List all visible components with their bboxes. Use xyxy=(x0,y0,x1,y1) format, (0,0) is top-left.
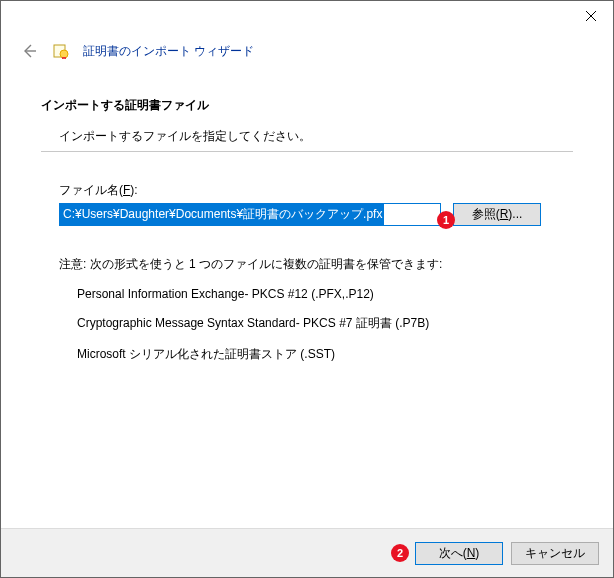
file-name-label: ファイル名(F): xyxy=(59,182,573,199)
file-name-input[interactable] xyxy=(59,203,441,226)
cancel-button[interactable]: キャンセル xyxy=(511,542,599,565)
close-icon xyxy=(586,11,596,21)
note-item: Microsoft シリアル化された証明書ストア (.SST) xyxy=(77,346,573,363)
note-item: Personal Information Exchange- PKCS #12 … xyxy=(77,287,573,301)
certificate-wizard-icon xyxy=(53,43,69,59)
close-button[interactable] xyxy=(568,1,613,30)
file-input-wrap: C:¥Users¥Daughter¥Documents¥証明書のバックアップ.p… xyxy=(59,203,441,226)
section-heading: インポートする証明書ファイル xyxy=(41,97,573,114)
browse-button[interactable]: 参照(R)... xyxy=(453,203,541,226)
titlebar xyxy=(1,1,613,31)
note-section: 注意: 次の形式を使うと 1 つのファイルに複数の証明書を保管できます: Per… xyxy=(59,256,573,363)
wizard-body: インポートする証明書ファイル インポートするファイルを指定してください。 ファイ… xyxy=(1,65,613,528)
svg-point-4 xyxy=(60,50,68,58)
instruction-text: インポートするファイルを指定してください。 xyxy=(59,128,573,145)
file-row: C:¥Users¥Daughter¥Documents¥証明書のバックアップ.p… xyxy=(59,203,573,226)
divider xyxy=(41,151,573,152)
back-arrow-icon xyxy=(21,43,37,59)
wizard-window: 証明書のインポート ウィザード インポートする証明書ファイル インポートするファ… xyxy=(0,0,614,578)
wizard-header: 証明書のインポート ウィザード xyxy=(1,31,613,65)
wizard-title: 証明書のインポート ウィザード xyxy=(83,43,254,60)
back-button[interactable] xyxy=(19,41,39,61)
wizard-footer: 次へ(N) キャンセル xyxy=(1,528,613,577)
next-button[interactable]: 次へ(N) xyxy=(415,542,503,565)
note-item: Cryptographic Message Syntax Standard- P… xyxy=(77,315,573,332)
note-intro: 注意: 次の形式を使うと 1 つのファイルに複数の証明書を保管できます: xyxy=(59,256,573,273)
file-field-block: ファイル名(F): C:¥Users¥Daughter¥Documents¥証明… xyxy=(59,182,573,226)
note-list: Personal Information Exchange- PKCS #12 … xyxy=(77,287,573,363)
